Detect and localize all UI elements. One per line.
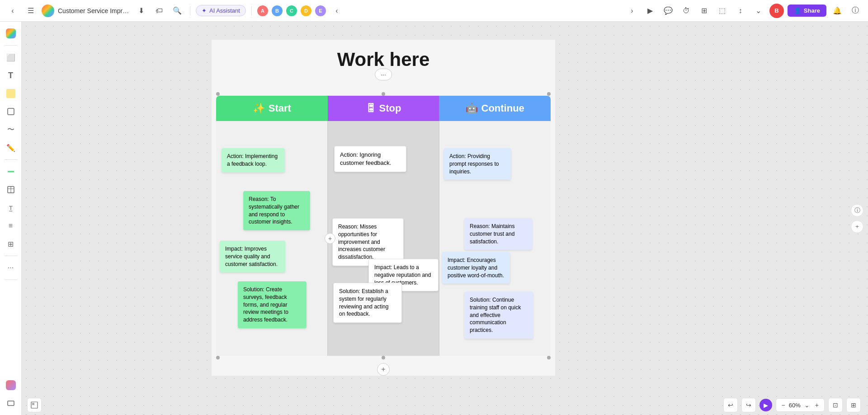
share-button[interactable]: 👤 Share: [788, 5, 826, 17]
resize-handle-tl[interactable]: [216, 92, 220, 96]
continue-note-impact[interactable]: Impact: Encourages customer loyalty and …: [442, 252, 510, 284]
start-note-impact-text: Impact: Improves service quality and cus…: [225, 246, 278, 267]
toolbar-left: ‹ ☰ Customer Service Impro... ⬇ 🏷 🔍 ✦ AI…: [5, 4, 621, 18]
start-note-reason[interactable]: Reason: To systematically gather and res…: [243, 191, 310, 230]
resize-handle-br[interactable]: [547, 356, 551, 359]
download-button[interactable]: ⬇: [134, 4, 148, 18]
arrow-button[interactable]: ↕: [733, 4, 748, 18]
continue-note-action[interactable]: Action: Providing prompt responses to in…: [444, 148, 511, 180]
stop-emoji: 🎛: [366, 103, 376, 114]
continue-note-reason[interactable]: Reason: Maintains customer trust and sat…: [464, 218, 532, 250]
sidebar-table-tool[interactable]: [3, 182, 19, 198]
avatar-4: D: [301, 5, 311, 16]
share-icon: 👤: [794, 7, 801, 14]
menu-button[interactable]: ☰: [24, 4, 38, 18]
columns-body: Action: Implementing a feedback loop. Re…: [216, 121, 551, 356]
start-column-body: Action: Implementing a feedback loop. Re…: [216, 121, 327, 356]
start-note-reason-text: Reason: To systematically gather and res…: [249, 196, 299, 225]
toolbar-right: › ▶ 💬 ⏱ ⊞ ⬚ ↕ ⌄ B 👤 Share 🔔 ⓘ: [625, 4, 863, 18]
continue-note-action-text: Action: Providing prompt responses to in…: [449, 153, 499, 175]
collapse-right-button[interactable]: ‹: [330, 4, 344, 18]
comment-button[interactable]: 💬: [661, 4, 675, 18]
sidebar-text-tool[interactable]: T: [3, 67, 19, 84]
start-note-solution[interactable]: Solution: Create surveys, feedback forms…: [238, 281, 307, 328]
timer-button[interactable]: ⏱: [679, 4, 693, 18]
left-sidebar: ⬜ T 〜 ✏️ T̲ ≡ ⊞ ···: [0, 22, 22, 415]
continue-note-impact-text: Impact: Encourages customer loyalty and …: [448, 257, 504, 279]
user-avatar[interactable]: B: [769, 4, 784, 18]
continue-label: Continue: [481, 103, 524, 114]
action-button[interactable]: ▶: [760, 399, 772, 411]
search-button[interactable]: 🔍: [170, 4, 184, 18]
tag-button[interactable]: 🏷: [152, 4, 166, 18]
back-button[interactable]: ‹: [5, 4, 20, 18]
ai-assistant-label: AI Assistant: [209, 7, 240, 14]
more-button[interactable]: ⌄: [751, 4, 766, 18]
sidebar-pen-tool[interactable]: 〜: [3, 121, 19, 138]
start-note-action[interactable]: Action: Implementing a feedback loop.: [222, 148, 285, 173]
continue-emoji: 🤖: [466, 103, 478, 114]
continue-note-reason-text: Reason: Maintains customer trust and sat…: [470, 223, 514, 245]
sidebar-panels[interactable]: [3, 395, 19, 411]
stop-note-solution[interactable]: Solution: Establish a system for regular…: [333, 283, 402, 323]
sidebar-grid-tool[interactable]: ⊞: [3, 236, 19, 252]
add-row-button[interactable]: +: [377, 363, 390, 376]
frame-container: Work here ··· ✨ Start 🎛 Stop: [212, 40, 555, 376]
stop-label: Stop: [379, 103, 401, 114]
sidebar-shape-tool[interactable]: [3, 103, 19, 120]
start-note-impact[interactable]: Impact: Improves service quality and cus…: [220, 241, 285, 272]
canvas-area[interactable]: Work here ··· ✨ Start 🎛 Stop: [22, 22, 868, 415]
ai-assistant-button[interactable]: ✦ AI Assistant: [196, 5, 246, 16]
sidebar-sep-4: [5, 280, 17, 280]
sidebar-draw-tool[interactable]: ✏️: [3, 140, 19, 156]
zoom-dropdown-button[interactable]: ⌄: [802, 401, 811, 410]
zoom-controls: − 60% ⌄ +: [776, 398, 825, 412]
sidebar-list-tool[interactable]: ≡: [3, 218, 19, 234]
frame-options-button[interactable]: ···: [375, 69, 392, 80]
sidebar-sticky-tool[interactable]: [3, 85, 19, 102]
resize-handle-tr[interactable]: [547, 92, 551, 96]
resize-handle-bl[interactable]: [216, 356, 220, 359]
zoom-in-button[interactable]: +: [813, 401, 821, 410]
zoom-out-button[interactable]: −: [780, 401, 787, 410]
notification-button[interactable]: 🔔: [830, 4, 844, 18]
start-note-solution-text: Solution: Create surveys, feedback forms…: [243, 286, 288, 323]
avatar-5: E: [315, 5, 326, 16]
sidebar-app-logo[interactable]: [3, 25, 19, 42]
avatar-2: B: [272, 5, 283, 16]
continue-note-solution[interactable]: Solution: Continue training staff on qui…: [464, 292, 533, 339]
sidebar-brand-kit[interactable]: [3, 377, 19, 393]
avatar-3: C: [286, 5, 297, 16]
add-column-right[interactable]: +: [325, 233, 335, 244]
sidebar-more-tools[interactable]: ···: [3, 260, 19, 276]
info-button[interactable]: ⓘ: [851, 204, 863, 217]
stop-note-reason-text: Reason: Misses opportunities for improve…: [338, 224, 385, 260]
undo-button[interactable]: ↩: [723, 398, 738, 412]
fit-view-button[interactable]: ⊡: [828, 398, 843, 412]
sidebar-sep-2: [5, 159, 17, 160]
sidebar-frame-tool[interactable]: ⬜: [3, 49, 19, 65]
stop-note-solution-text: Solution: Establish a system for regular…: [339, 288, 388, 317]
sidebar-connector-tool[interactable]: [3, 163, 19, 180]
app-logo: [42, 5, 54, 17]
divider-1: [190, 6, 190, 15]
grid-toggle-button[interactable]: ⊞: [846, 398, 861, 412]
add-section-button[interactable]: +: [851, 220, 863, 233]
resize-handle-tc[interactable]: [382, 92, 385, 96]
grid-view-button[interactable]: ⊞: [697, 4, 712, 18]
help-button[interactable]: ⓘ: [848, 4, 863, 18]
sidebar-text2-tool[interactable]: T̲: [3, 200, 19, 216]
expand-button[interactable]: ›: [625, 4, 639, 18]
format-button[interactable]: ⬚: [715, 4, 730, 18]
columns-header: ✨ Start 🎛 Stop 🤖 Continue: [216, 96, 551, 121]
present-button[interactable]: ▶: [643, 4, 657, 18]
continue-note-solution-text: Solution: Continue training staff on qui…: [470, 297, 521, 333]
redo-button[interactable]: ↪: [741, 398, 756, 412]
toolbar: ‹ ☰ Customer Service Impro... ⬇ 🏷 🔍 ✦ AI…: [0, 0, 868, 22]
resize-handle-bc[interactable]: [382, 356, 385, 359]
bottom-bar: ↩ ↪ ▶ − 60% ⌄ + ⊡ ⊞: [22, 395, 868, 415]
stop-note-action[interactable]: Action: Ignoring customer feedback.: [334, 146, 406, 172]
start-note-action-text: Action: Implementing a feedback loop.: [227, 153, 278, 167]
divider-2: [251, 6, 252, 15]
stop-column-header: 🎛 Stop: [328, 96, 439, 121]
